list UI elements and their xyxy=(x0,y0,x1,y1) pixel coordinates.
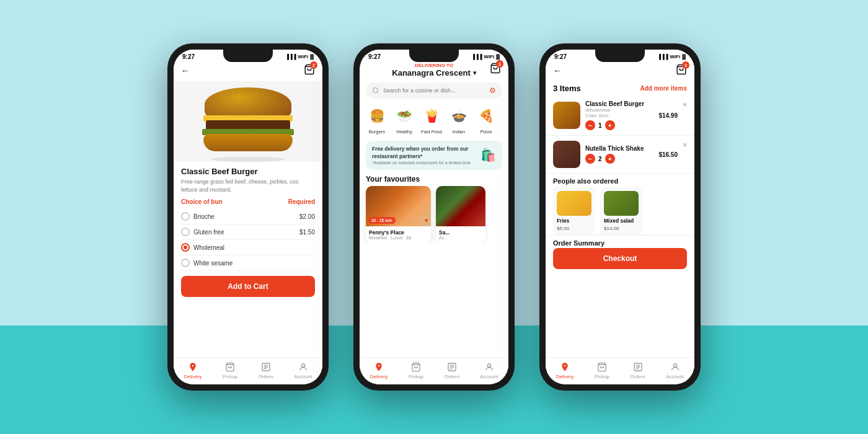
back-button-1[interactable]: ← xyxy=(181,66,190,76)
category-healthy[interactable]: 🥗 Healthy xyxy=(393,105,415,135)
nav-account-1[interactable]: Account xyxy=(294,361,312,379)
pizza-icon: 🍕 xyxy=(475,105,497,127)
radio-gluten-free[interactable] xyxy=(181,228,190,236)
add-more-items[interactable]: Add more items xyxy=(640,85,687,92)
burgers-label: Burgers xyxy=(369,129,385,135)
back-button-3[interactable]: ← xyxy=(553,66,562,76)
category-fast-food[interactable]: 🍟 Fast Food xyxy=(420,105,443,135)
category-burgers[interactable]: 🍔 Burgers xyxy=(366,105,388,135)
white-sesame-label: White sesame xyxy=(193,260,232,267)
radio-brioche[interactable] xyxy=(181,212,190,221)
gluten-free-label: Gluten free xyxy=(193,229,224,236)
brioche-label: Brioche xyxy=(193,213,215,220)
radio-white-sesame[interactable] xyxy=(181,259,190,267)
add-to-cart-button[interactable]: Add to Cart xyxy=(181,276,315,297)
favourites-label: Your favourites xyxy=(360,172,508,186)
nav-account-3[interactable]: Account xyxy=(666,361,684,379)
option-wholemeal[interactable]: Wholemeal xyxy=(181,240,315,255)
shake-qty-increase[interactable]: + xyxy=(605,154,615,164)
option-brioche[interactable]: Brioche $2.00 xyxy=(181,209,315,224)
brioche-price: $2.00 xyxy=(299,213,315,220)
burger-remove-button[interactable]: × xyxy=(683,100,687,109)
account-icon-2 xyxy=(484,361,495,373)
indian-label: Indian xyxy=(453,129,465,135)
burger-qty-increase[interactable]: + xyxy=(605,120,615,130)
pickup-icon-3 xyxy=(596,361,608,373)
notch-2 xyxy=(409,50,459,62)
option-white-sesame[interactable]: White sesame xyxy=(181,255,315,271)
also-ordered-label: People also ordered xyxy=(546,174,694,187)
shake-cart-name: Nutella Thick Shake xyxy=(585,145,653,152)
fast-food-label: Fast Food xyxy=(421,129,442,135)
status-icons-2: ▐▐▐ WiFi ▓ xyxy=(471,54,500,60)
categories-row: 🍔 Burgers 🥗 Healthy 🍟 Fast Food 🍲 Indian… xyxy=(360,101,508,138)
filter-icon[interactable]: ⚙ xyxy=(489,86,496,95)
cart-badge-2: 3 xyxy=(496,60,503,68)
burger-qty-decrease[interactable]: − xyxy=(585,120,595,130)
suggestions-row: Fries $5.00 Mixed salad $14.00 xyxy=(546,187,694,235)
svg-line-9 xyxy=(377,92,378,93)
nav-orders-2[interactable]: Orders xyxy=(444,361,459,379)
pizza-label: Pizza xyxy=(480,129,492,135)
nav-orders-3[interactable]: Orders xyxy=(630,361,645,379)
shake-qty-decrease[interactable]: − xyxy=(585,154,595,164)
nav-pickup-2[interactable]: Pickup xyxy=(409,361,423,379)
shake-qty-num: 2 xyxy=(598,156,602,162)
salad-price: $14.00 xyxy=(604,226,639,231)
fries-sugg-image xyxy=(557,191,591,216)
nav-delivery-3[interactable]: Delivery xyxy=(556,361,574,379)
nav-delivery-label-2: Delivery xyxy=(370,374,388,379)
status-icons-3: ▐▐▐ WiFi ▓ xyxy=(657,54,686,60)
signal-icon-3: ▐▐▐ xyxy=(657,54,668,60)
shake-remove-button[interactable]: × xyxy=(683,141,687,149)
pickup-icon-2 xyxy=(410,361,422,373)
nav-account-2[interactable]: Account xyxy=(480,361,498,379)
search-icon xyxy=(372,87,379,94)
location-row[interactable]: Kananagra Crescent ▾ xyxy=(378,68,490,78)
cart-button-1[interactable]: 2 xyxy=(304,64,315,78)
time-3: 9:27 xyxy=(554,53,567,60)
item-title: Classic Beef Burger xyxy=(181,167,315,176)
pennys-heart-icon[interactable]: ♥ xyxy=(425,217,428,224)
pickup-icon-1 xyxy=(224,361,236,373)
nav-pickup-3[interactable]: Pickup xyxy=(595,361,609,379)
phone-3: 9:27 ▐▐▐ WiFi ▓ ← 3 3 Items Add mo xyxy=(539,43,701,391)
suggestion-fries[interactable]: Fries $5.00 xyxy=(553,187,595,235)
wholemeal-label: Wholemeal xyxy=(193,244,224,251)
fav-card-pennys[interactable]: 10 - 15 min ♥ Penny's Place Breakfast · … xyxy=(366,186,431,243)
nav-orders-1[interactable]: Orders xyxy=(258,361,273,379)
cart-button-3[interactable]: 3 xyxy=(676,64,687,78)
nav-delivery-1[interactable]: Delivery xyxy=(184,361,202,379)
salad-sugg-image xyxy=(604,191,639,216)
fav-card-2-img xyxy=(436,186,485,226)
promo-title: Free delivery when you order from our re… xyxy=(372,146,476,161)
healthy-icon: 🥗 xyxy=(393,105,415,127)
nav-delivery-2[interactable]: Delivery xyxy=(370,361,388,379)
phone3-header: ← 3 xyxy=(546,61,694,81)
category-pizza[interactable]: 🍕 Pizza xyxy=(475,105,497,135)
bottom-nav-2: Delivery Pickup Orders Account xyxy=(360,357,508,384)
nav-pickup-label-2: Pickup xyxy=(409,374,423,379)
fav-card-2[interactable]: Sa... As... xyxy=(436,186,485,243)
checkout-button[interactable]: Checkout xyxy=(553,248,687,269)
burger-qty-row: − 1 + xyxy=(585,120,653,130)
pennys-time-badge: 10 - 15 min xyxy=(368,217,396,224)
burger-cart-image xyxy=(553,102,580,129)
battery-icon-3: ▓ xyxy=(682,54,686,60)
pennys-info: Penny's Place Breakfast · Lunch · $$ xyxy=(366,226,431,243)
category-indian[interactable]: 🍲 Indian xyxy=(448,105,470,135)
suggestion-salad[interactable]: Mixed salad $14.00 xyxy=(600,187,642,235)
search-input[interactable] xyxy=(383,87,485,94)
nav-pickup-label-1: Pickup xyxy=(223,374,237,379)
shake-cart-image xyxy=(553,141,580,168)
fries-price: $5.00 xyxy=(557,226,591,231)
fav2-food-image xyxy=(436,186,485,226)
radio-wholemeal[interactable] xyxy=(181,243,190,252)
location-chevron[interactable]: ▾ xyxy=(473,69,476,76)
option-gluten-free[interactable]: Gluten free $1.50 xyxy=(181,224,315,240)
cart-button-2[interactable]: 3 xyxy=(490,63,501,76)
phone1-content: Classic Beef Burger Free-range grass fed… xyxy=(174,162,322,357)
search-bar[interactable]: ⚙ xyxy=(366,82,502,99)
nav-pickup-1[interactable]: Pickup xyxy=(223,361,237,379)
status-icons-1: ▐▐▐ WiFi ▓ xyxy=(285,54,314,60)
